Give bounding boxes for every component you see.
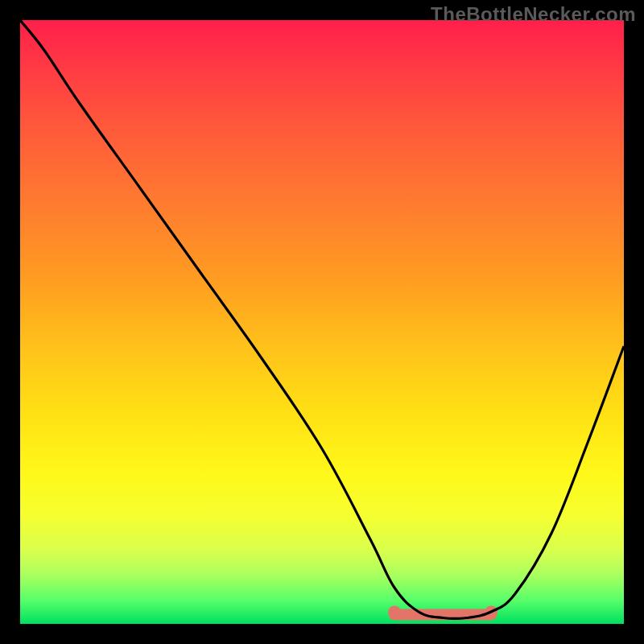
optimal-range-start-dot — [388, 606, 401, 619]
watermark-text: TheBottleNecker.com — [431, 3, 636, 26]
plot-area — [20, 20, 624, 624]
bottleneck-curve — [20, 20, 624, 619]
curve-layer — [20, 20, 624, 624]
chart-frame: TheBottleNecker.com — [0, 0, 644, 644]
